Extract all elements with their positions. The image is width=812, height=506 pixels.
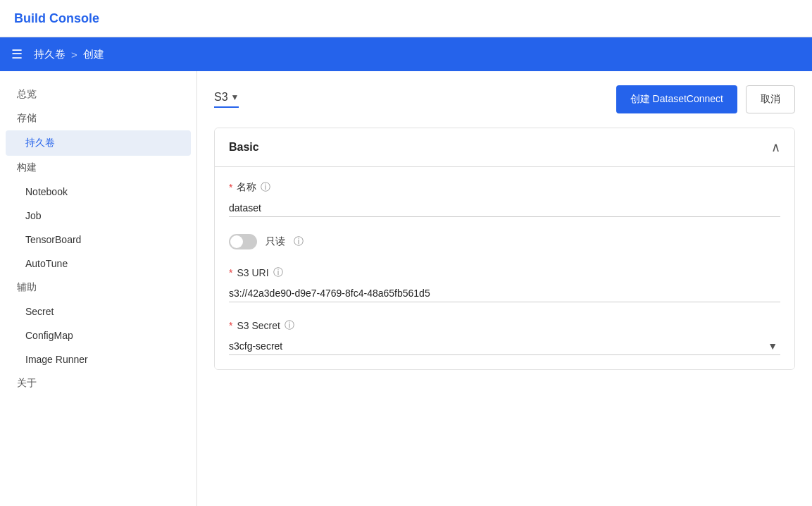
nav-bar: ☰ 持久卷 > 创建 [0, 37, 812, 71]
s3secret-info-icon: ⓘ [285, 319, 294, 332]
s3uri-input[interactable] [229, 285, 780, 302]
sidebar-section-overview: 总览 [0, 82, 196, 106]
name-label-text: 名称 [237, 181, 256, 194]
sidebar-item-imagerunner[interactable]: Image Runner [0, 347, 196, 371]
sidebar-section-storage: 存储 [0, 106, 196, 130]
chevron-down-icon: ▼ [231, 92, 239, 102]
menu-icon[interactable]: ☰ [11, 47, 23, 62]
readonly-toggle-row: 只读 ⓘ [229, 234, 780, 249]
name-info-icon: ⓘ [261, 181, 270, 194]
create-dataset-connect-button[interactable]: 创建 DatasetConnect [616, 85, 737, 113]
collapse-icon[interactable]: ∧ [771, 140, 780, 155]
app-header: Build Console [0, 0, 812, 37]
s3secret-label: * S3 Secret ⓘ [229, 319, 780, 332]
s3secret-select-wrapper: s3cfg-secret ▼ [229, 338, 780, 355]
sidebar-item-notebook[interactable]: Notebook [0, 180, 196, 204]
form-card-body: * 名称 ⓘ 只读 ⓘ [215, 167, 794, 369]
toggle-slider [229, 234, 257, 249]
s3secret-required-marker: * [229, 320, 232, 331]
s3uri-field: * S3 URI ⓘ [229, 266, 780, 302]
s3uri-required-marker: * [229, 267, 232, 278]
sidebar-section-build: 构建 [0, 156, 196, 180]
readonly-toggle[interactable] [229, 234, 257, 249]
breadcrumb-current: 创建 [83, 48, 104, 61]
s3secret-field: * S3 Secret ⓘ s3cfg-secret ▼ [229, 319, 780, 355]
readonly-info-icon: ⓘ [294, 235, 304, 248]
readonly-label: 只读 [266, 235, 285, 248]
name-input[interactable] [229, 199, 780, 217]
s3uri-label-text: S3 URI [237, 267, 268, 278]
sidebar-section-about: 关于 [0, 371, 196, 395]
sidebar-item-tensorboard[interactable]: TensorBoard [0, 228, 196, 252]
breadcrumb-separator: > [71, 49, 77, 61]
sidebar: 总览 存储 持久卷 构建 Notebook Job TensorBoard Au… [0, 71, 197, 506]
sidebar-item-secret[interactable]: Secret [0, 300, 196, 323]
breadcrumb-link[interactable]: 持久卷 [34, 48, 65, 61]
cancel-button[interactable]: 取消 [746, 85, 795, 113]
app-title: Build Console [14, 11, 99, 26]
sidebar-item-persistentvolume[interactable]: 持久卷 [6, 130, 191, 156]
breadcrumb: 持久卷 > 创建 [34, 48, 104, 61]
form-card-header: Basic ∧ [215, 128, 794, 167]
form-card: Basic ∧ * 名称 ⓘ [214, 128, 795, 370]
top-bar-buttons: 创建 DatasetConnect 取消 [616, 85, 795, 113]
s3secret-label-text: S3 Secret [237, 320, 280, 331]
name-field: * 名称 ⓘ [229, 181, 780, 217]
s3uri-label: * S3 URI ⓘ [229, 266, 780, 279]
s3uri-info-icon: ⓘ [273, 266, 283, 279]
name-label: * 名称 ⓘ [229, 181, 780, 194]
name-required-marker: * [229, 182, 232, 193]
s3-dropdown[interactable]: S3 ▼ [214, 91, 239, 108]
sidebar-item-job[interactable]: Job [0, 204, 196, 228]
sidebar-section-auxiliary: 辅助 [0, 276, 196, 300]
s3secret-select[interactable]: s3cfg-secret [229, 338, 780, 354]
form-section-title: Basic [229, 141, 259, 154]
s3-dropdown-label: S3 [214, 91, 228, 104]
main-content: S3 ▼ 创建 DatasetConnect 取消 Basic ∧ * 名称 [197, 71, 812, 506]
layout: 总览 存储 持久卷 构建 Notebook Job TensorBoard Au… [0, 71, 812, 506]
sidebar-item-autotune[interactable]: AutoTune [0, 252, 196, 276]
sidebar-item-configmap[interactable]: ConfigMap [0, 323, 196, 347]
top-bar: S3 ▼ 创建 DatasetConnect 取消 [214, 85, 795, 113]
